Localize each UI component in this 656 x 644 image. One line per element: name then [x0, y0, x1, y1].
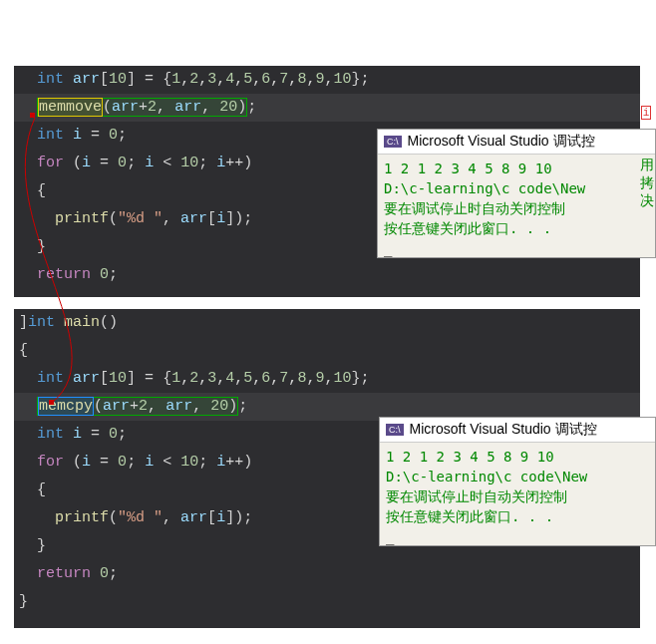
- cursor: _: [386, 526, 649, 546]
- output-line: 1 2 1 2 3 4 5 8 9 10: [384, 159, 649, 178]
- debug-console-popup-1: C:\ Microsoft Visual Studio 调试控 1 2 1 2 …: [377, 129, 656, 258]
- code-line: }: [19, 588, 640, 616]
- code-line: ]int main(): [19, 309, 640, 337]
- output-line: 按任意键关闭此窗口. . .: [386, 506, 649, 526]
- side-annotation-green: 用 拷 决: [640, 156, 654, 209]
- popup-body: 1 2 1 2 3 4 5 8 9 10 D:\c-learning\c cod…: [380, 443, 655, 550]
- popup-titlebar[interactable]: C:\ Microsoft Visual Studio 调试控: [380, 418, 655, 443]
- output-line: 要在调试停止时自动关闭控制: [384, 198, 649, 218]
- code-line: return 0;: [19, 560, 640, 588]
- output-line: 1 2 1 2 3 4 5 8 9 10: [386, 447, 649, 467]
- cursor: _: [384, 238, 649, 258]
- code-line: {: [19, 337, 640, 365]
- code-line: return 0;: [19, 261, 640, 289]
- popup-title-text: Microsoft Visual Studio 调试控: [410, 421, 597, 439]
- popup-titlebar[interactable]: C:\ Microsoft Visual Studio 调试控: [378, 130, 655, 155]
- popup-body: 1 2 1 2 3 4 5 8 9 10 D:\c-learning\c cod…: [378, 155, 655, 262]
- popup-title-text: Microsoft Visual Studio 调试控: [408, 133, 595, 151]
- output-line: 按任意键关闭此窗口. . .: [384, 218, 649, 238]
- code-line: int arr[10] = {1,2,3,4,5,6,7,8,9,10};: [19, 66, 640, 94]
- output-line: D:\c-learning\c code\New: [386, 467, 649, 486]
- console-icon: C:\: [384, 136, 402, 148]
- output-line: 要在调试停止时自动关闭控制: [386, 486, 649, 506]
- debug-console-popup-2: C:\ Microsoft Visual Studio 调试控 1 2 1 2 …: [379, 417, 656, 546]
- output-line: D:\c-learning\c code\New: [384, 178, 649, 198]
- annotation-anchor: i: [641, 106, 651, 120]
- memmove-call: memmove: [39, 99, 102, 116]
- code-line: int arr[10] = {1,2,3,4,5,6,7,8,9,10};: [19, 365, 640, 393]
- memcpy-call: memcpy: [39, 398, 93, 415]
- console-icon: C:\: [386, 424, 404, 436]
- anchor-text: i: [643, 107, 650, 119]
- code-line-memmove: memmove(arr+2, arr, 20);: [19, 94, 640, 122]
